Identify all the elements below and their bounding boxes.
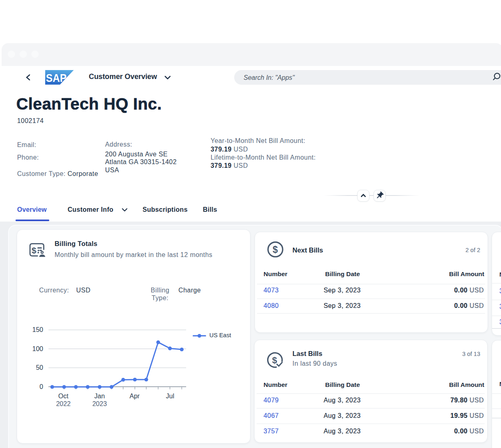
svg-text:$: $: [31, 246, 36, 255]
svg-text:$: $: [272, 244, 278, 255]
svg-text:$: $: [272, 355, 277, 365]
svg-text:SAP: SAP: [46, 72, 66, 84]
